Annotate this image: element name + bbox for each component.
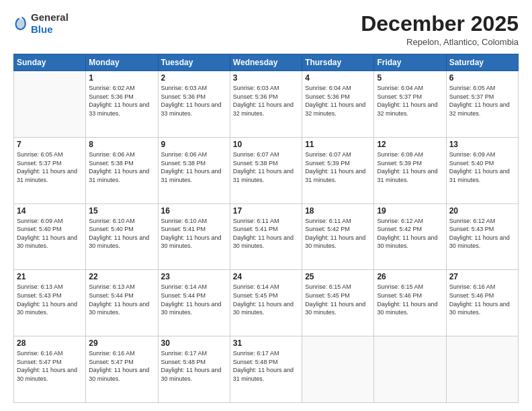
cell-info: Sunrise: 6:16 AM Sunset: 5:47 PM Dayligh… (89, 349, 154, 383)
cell-info: Sunrise: 6:15 AM Sunset: 5:45 PM Dayligh… (305, 283, 371, 316)
cell-info: Sunrise: 6:07 AM Sunset: 5:38 PM Dayligh… (233, 150, 299, 184)
day-number: 28 (17, 338, 83, 348)
calendar-cell: 21Sunrise: 6:13 AM Sunset: 5:43 PM Dayli… (14, 270, 86, 336)
cell-info: Sunrise: 6:13 AM Sunset: 5:43 PM Dayligh… (17, 283, 83, 316)
title-section: December 2025 Repelon, Atlantico, Colomb… (361, 12, 519, 47)
cell-info: Sunrise: 6:04 AM Sunset: 5:36 PM Dayligh… (305, 84, 371, 118)
calendar-cell: 20Sunrise: 6:12 AM Sunset: 5:43 PM Dayli… (446, 203, 518, 270)
cell-info: Sunrise: 6:03 AM Sunset: 5:36 PM Dayligh… (161, 84, 227, 118)
cell-info: Sunrise: 6:09 AM Sunset: 5:40 PM Dayligh… (449, 150, 515, 184)
cell-info: Sunrise: 6:14 AM Sunset: 5:45 PM Dayligh… (233, 283, 299, 316)
day-number: 12 (377, 140, 443, 149)
cell-info: Sunrise: 6:06 AM Sunset: 5:38 PM Dayligh… (161, 150, 227, 184)
cell-info: Sunrise: 6:16 AM Sunset: 5:47 PM Dayligh… (17, 349, 83, 383)
logo-text: General Blue (31, 12, 69, 36)
day-number: 8 (89, 140, 154, 149)
cell-info: Sunrise: 6:11 AM Sunset: 5:41 PM Dayligh… (233, 217, 299, 250)
calendar-cell: 18Sunrise: 6:11 AM Sunset: 5:42 PM Dayli… (302, 203, 374, 270)
cell-info: Sunrise: 6:12 AM Sunset: 5:42 PM Dayligh… (377, 217, 443, 250)
day-number: 2 (161, 73, 227, 83)
cell-info: Sunrise: 6:09 AM Sunset: 5:40 PM Dayligh… (17, 217, 83, 250)
cell-info: Sunrise: 6:05 AM Sunset: 5:37 PM Dayligh… (17, 150, 83, 184)
calendar-day-header: Monday (86, 54, 158, 71)
day-number: 21 (17, 272, 83, 281)
calendar-cell: 7Sunrise: 6:05 AM Sunset: 5:37 PM Daylig… (14, 137, 86, 203)
day-number: 1 (89, 73, 154, 83)
cell-info: Sunrise: 6:17 AM Sunset: 5:48 PM Dayligh… (161, 349, 227, 383)
day-number: 14 (17, 206, 83, 216)
location-subtitle: Repelon, Atlantico, Colombia (361, 37, 519, 47)
calendar-cell: 22Sunrise: 6:13 AM Sunset: 5:44 PM Dayli… (86, 270, 158, 336)
calendar-day-header: Thursday (302, 54, 374, 71)
calendar-cell: 24Sunrise: 6:14 AM Sunset: 5:45 PM Dayli… (230, 270, 302, 336)
logo: General Blue (13, 12, 69, 36)
day-number: 27 (449, 272, 515, 281)
cell-info: Sunrise: 6:03 AM Sunset: 5:36 PM Dayligh… (233, 84, 299, 118)
calendar-week-row: 1Sunrise: 6:02 AM Sunset: 5:36 PM Daylig… (14, 71, 519, 138)
calendar-cell: 3Sunrise: 6:03 AM Sunset: 5:36 PM Daylig… (230, 71, 302, 138)
cell-info: Sunrise: 6:10 AM Sunset: 5:41 PM Dayligh… (161, 217, 227, 250)
day-number: 17 (233, 206, 299, 216)
cell-info: Sunrise: 6:15 AM Sunset: 5:46 PM Dayligh… (377, 283, 443, 316)
day-number: 18 (305, 206, 371, 216)
logo-icon (13, 16, 28, 31)
calendar-header-row: SundayMondayTuesdayWednesdayThursdayFrid… (14, 54, 519, 71)
calendar-cell: 10Sunrise: 6:07 AM Sunset: 5:38 PM Dayli… (230, 137, 302, 203)
page: General Blue December 2025 Repelon, Atla… (0, 0, 532, 411)
calendar-cell: 4Sunrise: 6:04 AM Sunset: 5:36 PM Daylig… (302, 71, 374, 138)
day-number: 25 (305, 272, 371, 281)
calendar-cell: 6Sunrise: 6:05 AM Sunset: 5:37 PM Daylig… (446, 71, 518, 138)
calendar-cell: 15Sunrise: 6:10 AM Sunset: 5:40 PM Dayli… (86, 203, 158, 270)
calendar-cell: 31Sunrise: 6:17 AM Sunset: 5:48 PM Dayli… (230, 336, 302, 403)
calendar-cell: 16Sunrise: 6:10 AM Sunset: 5:41 PM Dayli… (158, 203, 230, 270)
calendar-cell: 23Sunrise: 6:14 AM Sunset: 5:44 PM Dayli… (158, 270, 230, 336)
calendar-week-row: 7Sunrise: 6:05 AM Sunset: 5:37 PM Daylig… (14, 137, 519, 203)
day-number: 30 (161, 338, 227, 348)
day-number: 3 (233, 73, 299, 83)
calendar-day-header: Sunday (14, 54, 86, 71)
cell-info: Sunrise: 6:16 AM Sunset: 5:46 PM Dayligh… (449, 283, 515, 316)
calendar-day-header: Wednesday (230, 54, 302, 71)
logo-general: General (31, 12, 69, 24)
cell-info: Sunrise: 6:06 AM Sunset: 5:38 PM Dayligh… (89, 150, 154, 184)
cell-info: Sunrise: 6:07 AM Sunset: 5:39 PM Dayligh… (305, 150, 371, 184)
cell-info: Sunrise: 6:17 AM Sunset: 5:48 PM Dayligh… (233, 349, 299, 383)
calendar-cell: 25Sunrise: 6:15 AM Sunset: 5:45 PM Dayli… (302, 270, 374, 336)
calendar-cell: 11Sunrise: 6:07 AM Sunset: 5:39 PM Dayli… (302, 137, 374, 203)
cell-info: Sunrise: 6:13 AM Sunset: 5:44 PM Dayligh… (89, 283, 154, 316)
calendar-day-header: Saturday (446, 54, 518, 71)
calendar-cell: 1Sunrise: 6:02 AM Sunset: 5:36 PM Daylig… (86, 71, 158, 138)
calendar-cell: 13Sunrise: 6:09 AM Sunset: 5:40 PM Dayli… (446, 137, 518, 203)
day-number: 29 (89, 338, 154, 348)
day-number: 26 (377, 272, 443, 281)
calendar-cell: 2Sunrise: 6:03 AM Sunset: 5:36 PM Daylig… (158, 71, 230, 138)
day-number: 10 (233, 140, 299, 149)
day-number: 9 (161, 140, 227, 149)
day-number: 13 (449, 140, 515, 149)
calendar-cell: 14Sunrise: 6:09 AM Sunset: 5:40 PM Dayli… (14, 203, 86, 270)
cell-info: Sunrise: 6:05 AM Sunset: 5:37 PM Dayligh… (449, 84, 515, 118)
day-number: 31 (233, 338, 299, 348)
calendar-cell (302, 336, 374, 403)
calendar-cell: 27Sunrise: 6:16 AM Sunset: 5:46 PM Dayli… (446, 270, 518, 336)
calendar-cell: 9Sunrise: 6:06 AM Sunset: 5:38 PM Daylig… (158, 137, 230, 203)
day-number: 20 (449, 206, 515, 216)
day-number: 6 (449, 73, 515, 83)
month-title: December 2025 (361, 12, 519, 36)
day-number: 5 (377, 73, 443, 83)
cell-info: Sunrise: 6:10 AM Sunset: 5:40 PM Dayligh… (89, 217, 154, 250)
cell-info: Sunrise: 6:08 AM Sunset: 5:39 PM Dayligh… (377, 150, 443, 184)
calendar-week-row: 14Sunrise: 6:09 AM Sunset: 5:40 PM Dayli… (14, 203, 519, 270)
calendar-cell (14, 71, 86, 138)
cell-info: Sunrise: 6:11 AM Sunset: 5:42 PM Dayligh… (305, 217, 371, 250)
calendar-week-row: 28Sunrise: 6:16 AM Sunset: 5:47 PM Dayli… (14, 336, 519, 403)
calendar-cell: 19Sunrise: 6:12 AM Sunset: 5:42 PM Dayli… (374, 203, 446, 270)
day-number: 22 (89, 272, 154, 281)
cell-info: Sunrise: 6:02 AM Sunset: 5:36 PM Dayligh… (89, 84, 154, 118)
day-number: 16 (161, 206, 227, 216)
cell-info: Sunrise: 6:04 AM Sunset: 5:37 PM Dayligh… (377, 84, 443, 118)
calendar-cell: 17Sunrise: 6:11 AM Sunset: 5:41 PM Dayli… (230, 203, 302, 270)
day-number: 24 (233, 272, 299, 281)
calendar-cell (446, 336, 518, 403)
logo-blue: Blue (31, 24, 53, 35)
